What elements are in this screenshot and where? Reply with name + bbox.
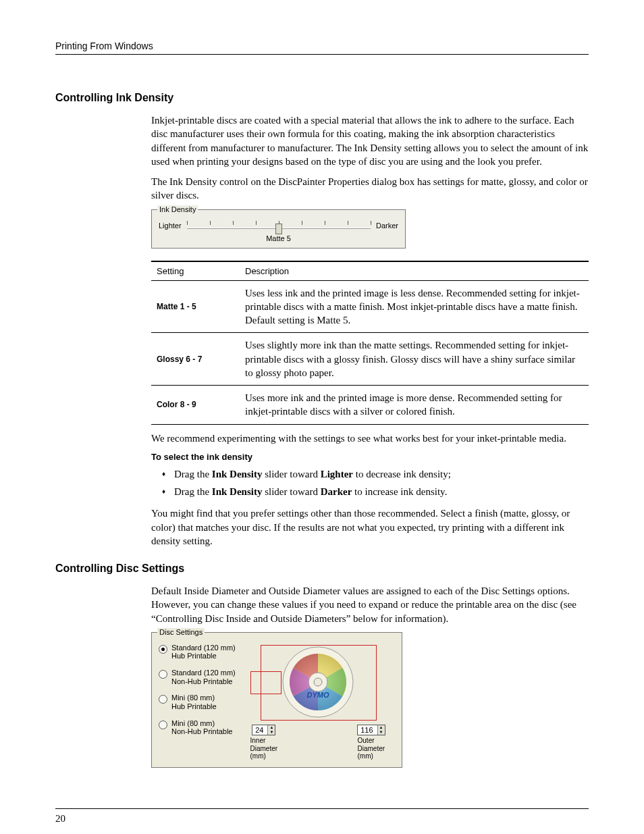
page-footer: 20 (55, 808, 589, 825)
table-row: Color 8 - 9 Uses more ink and the printe… (151, 386, 589, 425)
table-row: Matte 1 - 5 Uses less ink and the printe… (151, 280, 589, 333)
radio-icon (159, 721, 167, 729)
svg-point-3 (314, 678, 322, 686)
para: You might find that you prefer settings … (151, 506, 589, 548)
lighter-label: Lighter (159, 221, 182, 230)
outer-diameter-spinner[interactable]: 116 ▲▼ (357, 725, 385, 736)
slider-value-caption: Matte 5 (159, 234, 398, 242)
heading-ink-density: Controlling Ink Density (55, 92, 589, 104)
radio-icon (159, 695, 167, 704)
inner-diameter-spinner[interactable]: 24 ▲▼ (252, 725, 275, 736)
heading-disc-settings: Controlling Disc Settings (55, 563, 589, 575)
radio-standard-nonhub[interactable]: Standard (120 mm)Non-Hub Printable (159, 669, 236, 685)
radio-icon (159, 645, 167, 654)
para: Default Inside Diameter and Outside Diam… (151, 584, 589, 625)
para: The Ink Density control on the DiscPaint… (151, 175, 589, 203)
ink-density-slider[interactable] (187, 219, 371, 232)
groupbox-legend: Disc Settings (157, 628, 205, 636)
disc-settings-groupbox: Disc Settings Standard (120 mm)Hub Print… (151, 632, 402, 768)
outer-diameter-value: 116 (358, 725, 377, 735)
brand-label: DYMO (306, 691, 329, 699)
col-description: Description (240, 261, 589, 281)
list-item: Drag the Ink Density slider toward Darke… (151, 485, 589, 498)
inner-diameter-value: 24 (252, 725, 268, 735)
col-setting: Setting (151, 261, 240, 281)
running-head: Printing From Windows (55, 41, 589, 55)
inner-diameter-box (250, 671, 281, 694)
para: We recommend experimenting with the sett… (151, 432, 589, 445)
procedure-heading: To select the ink density (151, 452, 589, 462)
groupbox-legend: Ink Density (157, 205, 198, 213)
table-row: Glossy 6 - 7 Uses slightly more ink than… (151, 333, 589, 386)
para: Inkjet-printable discs are coated with a… (151, 113, 589, 168)
page-number: 20 (55, 813, 65, 824)
radio-mini-nonhub[interactable]: Mini (80 mm)Non-Hub Printable (159, 719, 236, 736)
radio-mini-hub[interactable]: Mini (80 mm)Hub Printable (159, 694, 236, 710)
darker-label: Darker (376, 221, 398, 230)
ink-density-groupbox: Ink Density Lighter Darker (151, 209, 406, 249)
spinner-buttons[interactable]: ▲▼ (378, 725, 385, 735)
disc-preview-image: DYMO (250, 642, 385, 722)
slider-thumb[interactable] (275, 224, 282, 234)
disc-icon: DYMO (281, 645, 355, 719)
radio-icon (159, 670, 167, 679)
ink-density-settings-table: Setting Description Matte 1 - 5 Uses les… (151, 261, 589, 425)
list-item: Drag the Ink Density slider toward Light… (151, 467, 589, 481)
procedure-list: Drag the Ink Density slider toward Light… (151, 467, 589, 499)
radio-standard-hub[interactable]: Standard (120 mm)Hub Printable (159, 644, 236, 660)
spinner-buttons[interactable]: ▲▼ (268, 725, 275, 735)
